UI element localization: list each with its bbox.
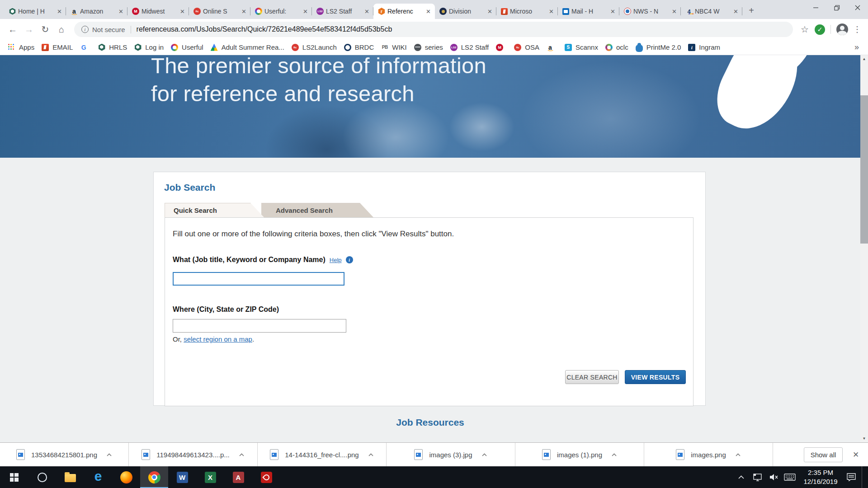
page-scrollbar[interactable]: ▲ ▼ — [860, 55, 868, 442]
tab-advanced-search[interactable]: Advanced Search — [261, 203, 373, 217]
tab-ls2-staff[interactable]: LS2 LS2 Staff ✕ — [312, 4, 373, 19]
download-item[interactable]: 119498449613423....p... — [129, 443, 258, 466]
tab-quick-search[interactable]: Quick Search — [165, 203, 264, 217]
forward-icon[interactable]: → — [21, 21, 37, 38]
download-item[interactable]: images (1).png — [515, 443, 644, 466]
file-explorer-button[interactable] — [56, 466, 84, 488]
view-results-button[interactable]: VIEW RESULTS — [625, 370, 686, 384]
scroll-down-icon[interactable]: ▼ — [860, 435, 868, 442]
back-icon[interactable]: ← — [5, 21, 21, 38]
tab-home[interactable]: Home | H ✕ — [5, 4, 66, 19]
show-desktop-sliver[interactable] — [862, 466, 864, 488]
bookmark-login[interactable]: Log in — [131, 42, 167, 53]
tab-close-icon[interactable]: ✕ — [732, 8, 740, 15]
chevron-up-icon[interactable] — [735, 453, 741, 457]
bookmark-osa[interactable]: flcOSA — [510, 42, 543, 53]
download-item[interactable]: images (3).jpg — [387, 443, 515, 466]
help-info-icon[interactable]: i — [346, 256, 353, 263]
bookmark-ls2launch[interactable]: flcLS2Launch — [288, 42, 340, 53]
excel-button[interactable]: X — [196, 466, 224, 488]
close-window-button[interactable] — [847, 0, 868, 15]
network-icon[interactable] — [751, 473, 763, 482]
volume-muted-icon[interactable] — [768, 473, 779, 481]
bookmarks-overflow-chevron[interactable]: » — [850, 42, 863, 52]
page-info-icon[interactable]: i — [81, 26, 89, 33]
bookmark-ingram[interactable]: iIngram — [684, 42, 724, 53]
download-item[interactable]: 14-144316_free-cl....png — [258, 443, 387, 466]
bookmark-midwest[interactable]: M — [492, 42, 510, 53]
tab-close-icon[interactable]: ✕ — [609, 8, 617, 15]
bookmark-star-icon[interactable]: ☆ — [797, 24, 812, 35]
tab-close-icon[interactable]: ✕ — [117, 8, 125, 15]
firefox-button[interactable] — [112, 466, 140, 488]
scroll-up-icon[interactable]: ▲ — [860, 55, 868, 63]
download-item[interactable]: images.png — [644, 443, 773, 466]
extension-check-icon[interactable]: ✓ — [815, 24, 825, 35]
address-bar[interactable]: i Not secure referenceusa.com/UsJobs/Sea… — [74, 22, 793, 37]
bookmark-userful[interactable]: Userful — [167, 42, 207, 53]
tab-close-icon[interactable]: ✕ — [363, 8, 371, 15]
url-text[interactable]: referenceusa.com/UsJobs/Search/Quick/726… — [137, 25, 392, 33]
home-icon[interactable]: ⌂ — [53, 21, 70, 38]
chevron-up-icon[interactable] — [239, 453, 245, 457]
bookmark-hrls[interactable]: HRLS — [94, 42, 131, 53]
cortana-button[interactable] — [28, 466, 56, 488]
chrome-menu-icon[interactable]: ⋮ — [851, 24, 863, 34]
what-input[interactable] — [173, 272, 344, 286]
bookmark-scannx[interactable]: SScannx — [561, 42, 602, 53]
hidden-icons-chevron[interactable] — [735, 475, 747, 479]
tab-nbc4[interactable]: 4 NBC4 W ✕ — [681, 4, 742, 19]
tab-mail[interactable]: Mail - H ✕ — [558, 4, 619, 19]
where-input[interactable] — [173, 319, 346, 333]
word-button[interactable]: W — [168, 466, 196, 488]
clear-search-button[interactable]: CLEAR SEARCH — [565, 370, 619, 384]
show-all-downloads-button[interactable]: Show all — [804, 447, 843, 462]
tab-online[interactable]: flc Online S ✕ — [189, 4, 250, 19]
bookmark-oclc[interactable]: oclc — [602, 42, 632, 53]
bookmark-google[interactable]: G — [76, 42, 94, 53]
download-item[interactable]: 13534684215801.png — [0, 443, 129, 466]
bookmark-amazon[interactable]: a — [543, 42, 561, 53]
chevron-up-icon[interactable] — [611, 453, 617, 457]
tab-close-icon[interactable]: ✕ — [302, 8, 309, 15]
start-button[interactable] — [0, 466, 28, 488]
tab-close-icon[interactable]: ✕ — [56, 8, 63, 15]
bookmark-email[interactable]: EMAIL — [38, 42, 76, 53]
bookmark-adult-summer[interactable]: Adult Summer Rea... — [207, 42, 288, 53]
bookmark-printme[interactable]: PrintMe 2.0 — [632, 42, 685, 53]
tab-close-icon[interactable]: ✕ — [179, 8, 186, 15]
tab-close-icon[interactable]: ✕ — [670, 8, 678, 15]
edge-button[interactable]: e — [84, 466, 112, 488]
bookmark-ls2-staff[interactable]: LS2LS2 Staff — [447, 42, 492, 53]
new-tab-button[interactable]: + — [745, 4, 758, 17]
tab-userful[interactable]: Userful: ✕ — [250, 4, 312, 19]
tab-close-icon[interactable]: ✕ — [425, 8, 432, 15]
select-region-map-link[interactable]: select region on a map — [184, 335, 252, 343]
touch-keyboard-icon[interactable] — [784, 473, 796, 481]
restore-button[interactable] — [826, 0, 847, 15]
reload-icon[interactable]: ↻ — [37, 21, 53, 38]
tab-division[interactable]: Division ✕ — [435, 4, 496, 19]
tab-close-icon[interactable]: ✕ — [240, 8, 248, 15]
acrobat-button[interactable] — [252, 466, 280, 488]
chevron-up-icon[interactable] — [106, 453, 112, 457]
bookmark-series[interactable]: series — [410, 42, 447, 53]
action-center-icon[interactable] — [845, 473, 857, 482]
taskbar-clock[interactable]: 2:35 PM 12/16/2019 — [800, 468, 841, 487]
tab-close-icon[interactable]: ✕ — [547, 8, 555, 15]
tab-microsoft[interactable]: Microso ✕ — [496, 4, 558, 19]
tab-referenceusa-active[interactable]: r Referenc ✕ — [373, 4, 435, 19]
minimize-button[interactable] — [806, 0, 826, 15]
profile-avatar[interactable] — [836, 23, 848, 35]
scrollbar-thumb[interactable] — [860, 95, 868, 244]
bookmark-brdc[interactable]: BRDC — [340, 42, 378, 53]
chevron-up-icon[interactable] — [368, 453, 374, 457]
bookmark-wiki[interactable]: PBWIKI — [377, 42, 410, 53]
chrome-button-active[interactable] — [140, 466, 168, 488]
access-button[interactable]: A — [224, 466, 252, 488]
help-link[interactable]: Help — [330, 257, 342, 263]
tab-close-icon[interactable]: ✕ — [486, 8, 494, 15]
bookmark-apps[interactable]: Apps — [5, 42, 38, 53]
tab-amazon[interactable]: a Amazon ✕ — [66, 4, 127, 19]
tab-midwest[interactable]: M Midwest ✕ — [127, 4, 189, 19]
